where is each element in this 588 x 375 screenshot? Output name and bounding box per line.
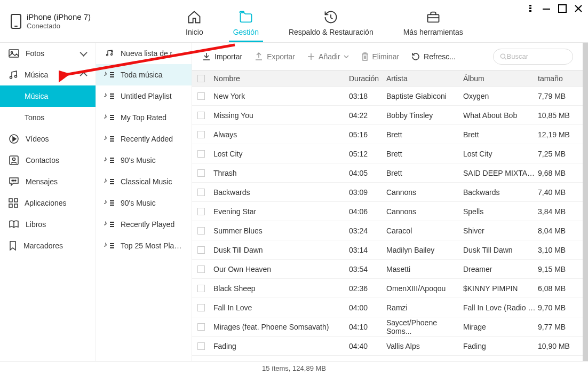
delete-button[interactable]: Eliminar <box>361 52 400 61</box>
cell-duracion: 03:18 <box>349 92 386 100</box>
device-info: iPhone (iPhone 7) Conectado <box>11 12 181 30</box>
table-row[interactable]: Backwards03:09CannonsBackwards7,40 MB <box>192 183 583 202</box>
playlist-icon <box>105 199 114 207</box>
phone-icon <box>11 14 21 29</box>
sidebar-item-libros[interactable]: Libros <box>0 214 96 235</box>
playlist-item[interactable]: Recently Added <box>96 128 192 150</box>
sidebar-item-fotos[interactable]: Fotos <box>0 43 96 64</box>
column-artista[interactable]: Artista <box>386 74 463 83</box>
import-button[interactable]: Importar <box>202 52 242 61</box>
search-input[interactable] <box>493 49 573 65</box>
playlist-label: My Top Rated <box>121 113 166 122</box>
sidebar-item-mensajes[interactable]: Mensajes <box>0 171 96 192</box>
svg-point-13 <box>10 76 12 79</box>
cell-album: Spells <box>463 207 538 216</box>
refresh-button[interactable]: Refresc... <box>411 52 456 61</box>
minimize-button[interactable] <box>542 4 551 13</box>
row-checkbox[interactable] <box>197 112 205 119</box>
playlist-item[interactable]: 90's Music <box>96 192 192 214</box>
sidebar-item-musica[interactable]: Música <box>0 64 96 85</box>
table-row[interactable]: Dusk Till Dawn03:14Madilyn BaileyDusk Ti… <box>192 240 583 260</box>
row-checkbox[interactable] <box>197 265 205 273</box>
cell-album: SAID DEEP MIXTAPE... <box>463 169 538 177</box>
svg-point-28 <box>111 54 113 56</box>
table-row[interactable]: Our Own Heaven03:54MasettiDreamer9,15 MB <box>192 260 583 279</box>
row-checkbox[interactable] <box>197 285 205 292</box>
sidebar-sub-tonos[interactable]: Tonos <box>0 107 96 128</box>
row-checkbox[interactable] <box>197 189 205 196</box>
row-checkbox[interactable] <box>197 131 205 138</box>
cell-duracion: 03:14 <box>349 246 386 254</box>
table-row[interactable]: Black Sheep02:36OmenXIII/Λpoqou$KINNY PI… <box>192 279 583 298</box>
playlist-item[interactable]: 90's Music <box>96 150 192 171</box>
row-checkbox[interactable] <box>197 246 205 254</box>
sidebar-sub-musica[interactable]: Música <box>0 85 96 107</box>
cell-duracion: 02:36 <box>349 284 386 293</box>
playlist-item[interactable]: Classical Music <box>96 171 192 192</box>
svg-rect-22 <box>9 199 12 202</box>
table-row[interactable]: Thrash04:05BrettSAID DEEP MIXTAPE...9,68… <box>192 163 583 183</box>
cell-duracion: 04:05 <box>349 169 386 177</box>
cell-duracion: 04:00 <box>349 303 386 312</box>
column-tamano[interactable]: tamaño <box>538 74 577 83</box>
table-row[interactable]: Missing You04:22Bobby TinsleyWhat About … <box>192 106 583 125</box>
column-album[interactable]: Álbum <box>463 74 538 83</box>
table-row[interactable]: Summer Blues03:24CaracolShiver8,04 MB <box>192 221 583 240</box>
playlist-item[interactable]: Untitled Playlist <box>96 85 192 107</box>
row-checkbox[interactable] <box>197 304 205 311</box>
column-nombre[interactable]: Nombre <box>211 74 349 83</box>
videos-icon <box>9 134 19 144</box>
row-checkbox[interactable] <box>197 208 205 215</box>
tab-herramientas[interactable]: Más herramientas <box>399 0 467 42</box>
add-button[interactable]: Añadir <box>307 52 348 61</box>
svg-rect-11 <box>9 50 19 57</box>
cell-duracion: 03:54 <box>349 265 386 274</box>
tab-gestion[interactable]: Gestión <box>229 0 263 42</box>
table-row[interactable]: Mirages (feat. Phoene Somsavath)04:10Say… <box>192 317 583 337</box>
menu-icon[interactable] <box>526 4 535 13</box>
playlist-item[interactable]: My Top Rated <box>96 107 192 128</box>
row-checkbox[interactable] <box>197 92 205 100</box>
playlist-item[interactable]: Recently Played <box>96 214 192 235</box>
playlist-label: Top 25 Most Play... <box>121 241 183 250</box>
close-button[interactable] <box>574 4 583 13</box>
playlist-label: 90's Music <box>121 156 156 165</box>
maximize-button[interactable] <box>558 4 567 13</box>
svg-rect-9 <box>427 14 439 22</box>
cell-nombre: Black Sheep <box>211 284 349 293</box>
tab-inicio[interactable]: Inicio <box>181 0 208 42</box>
photos-icon <box>9 49 19 58</box>
sidebar-item-marcadores[interactable]: Marcadores <box>0 235 96 256</box>
row-checkbox[interactable] <box>197 150 205 158</box>
cell-artista: OmenXIII/Λpoqou <box>386 284 463 293</box>
select-all-checkbox[interactable] <box>197 75 205 82</box>
scrollbar[interactable] <box>583 43 588 361</box>
chevron-down-icon <box>344 54 349 59</box>
table-row[interactable]: Evening Star04:06CannonsSpells3,84 MB <box>192 202 583 221</box>
sidebar-item-contactos[interactable]: Contactos <box>0 150 96 171</box>
svg-marker-16 <box>13 137 16 141</box>
category-sidebar: Fotos Música Música Tonos Vídeos Contact… <box>0 43 96 361</box>
row-checkbox[interactable] <box>197 342 205 350</box>
cell-duracion: 04:06 <box>349 207 386 216</box>
table-row[interactable]: Fading04:40Vallis AlpsFading10,90 MB <box>192 337 583 356</box>
cell-duracion: 04:10 <box>349 323 386 331</box>
row-checkbox[interactable] <box>197 169 205 177</box>
playlist-item[interactable]: Nueva lista de repro... <box>96 43 192 64</box>
playlist-item[interactable]: Top 25 Most Play... <box>96 235 192 256</box>
row-checkbox[interactable] <box>197 227 205 235</box>
table-row[interactable]: New York03:18Baptiste GiabiconiOxygen7,7… <box>192 87 583 106</box>
sidebar-item-aplicaciones[interactable]: Aplicaciones <box>0 192 96 214</box>
sidebar-item-videos[interactable]: Vídeos <box>0 128 96 150</box>
row-checkbox[interactable] <box>197 323 205 331</box>
table-row[interactable]: Always05:16BrettBrett12,19 MB <box>192 125 583 144</box>
export-button[interactable]: Exportar <box>254 52 295 61</box>
cell-nombre: Fading <box>211 342 349 350</box>
table-row[interactable]: Lost City05:12BrettLost City7,25 MB <box>192 144 583 163</box>
playlist-item[interactable]: Toda música <box>96 64 192 85</box>
cell-tamano: 3,10 MB <box>538 246 577 254</box>
column-duracion[interactable]: Duración <box>349 74 386 83</box>
table-row[interactable]: Fall In Love04:00RamziFall In Love (Radi… <box>192 298 583 317</box>
tab-respaldo[interactable]: Respaldo & Restauración <box>284 0 378 42</box>
svg-rect-24 <box>9 204 12 207</box>
